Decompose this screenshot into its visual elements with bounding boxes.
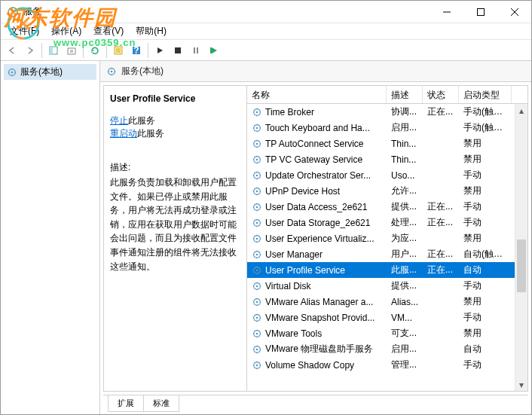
service-row[interactable]: UPnP Device Host允许...禁用 <box>247 183 515 199</box>
service-icon <box>252 123 262 133</box>
cell-start: 手动(触发... <box>459 105 512 118</box>
menu-help[interactable]: 帮助(H) <box>131 23 171 39</box>
cell-desc: 处理... <box>387 216 423 229</box>
service-row[interactable]: Virtual Disk提供...手动 <box>247 278 515 294</box>
service-row[interactable]: VMware Tools可支...禁用 <box>247 325 515 341</box>
service-row[interactable]: Touch Keyboard and Ha...启用...手动(触发... <box>247 120 515 136</box>
titlebar: 服务 <box>1 1 531 23</box>
toolbar: ? <box>1 40 531 61</box>
cell-start: 手动 <box>459 279 512 292</box>
export-button[interactable] <box>63 42 80 59</box>
cell-start: 手动 <box>459 169 512 182</box>
service-row[interactable]: User Manager用户...正在...自动(触发... <box>247 246 515 262</box>
window-title: 服务 <box>23 5 430 18</box>
menu-action[interactable]: 操作(A) <box>47 23 86 39</box>
cell-desc: 协调... <box>387 105 423 118</box>
svg-point-52 <box>256 364 258 366</box>
help-button[interactable]: ? <box>128 42 145 59</box>
minimize-button[interactable] <box>430 1 463 23</box>
service-name-text: UPnP Device Host <box>265 186 340 197</box>
restart-link[interactable]: 重启动 <box>110 128 137 139</box>
service-row[interactable]: User Profile Service此服...正在...自动 <box>247 262 515 278</box>
col-state[interactable]: 状态 <box>423 86 459 103</box>
service-icon <box>252 170 262 181</box>
tab-extended[interactable]: 扩展 <box>108 395 144 412</box>
svg-rect-13 <box>197 47 198 53</box>
cell-desc: 启用... <box>387 121 423 134</box>
forward-button[interactable] <box>22 42 38 59</box>
scroll-up-icon[interactable]: ▴ <box>515 104 527 117</box>
list-body[interactable]: Time Broker协调...正在...手动(触发...Touch Keybo… <box>247 104 515 391</box>
service-row[interactable]: VMware 物理磁盘助手服务启用...自动 <box>247 341 515 357</box>
service-row[interactable]: VMware Alias Manager a...Alias...禁用 <box>247 294 515 310</box>
properties-button[interactable] <box>110 42 127 59</box>
svg-point-42 <box>256 285 258 287</box>
service-icon <box>252 154 262 165</box>
svg-text:?: ? <box>133 45 139 56</box>
cell-desc: 提供... <box>387 279 423 292</box>
svg-point-28 <box>256 174 258 176</box>
service-icon <box>252 233 262 244</box>
refresh-button[interactable] <box>87 42 103 59</box>
col-name[interactable]: 名称 <box>247 86 387 103</box>
services-icon <box>7 67 17 78</box>
stop-service-button[interactable] <box>170 42 186 59</box>
menu-file[interactable]: 文件(F) <box>5 23 44 39</box>
svg-rect-4 <box>477 8 484 15</box>
service-row[interactable]: Volume Shadow Copy管理...手动 <box>247 357 515 373</box>
cell-name: TP AutoConnect Service <box>247 139 387 149</box>
show-hide-button[interactable] <box>45 42 62 59</box>
service-name-text: VMware Snapshot Provid... <box>265 313 375 323</box>
cell-start: 自动 <box>459 343 512 355</box>
pause-service-button[interactable] <box>188 42 204 59</box>
cell-start: 手动 <box>459 200 512 213</box>
scroll-down-icon[interactable]: ▾ <box>515 378 527 391</box>
cell-start: 禁用 <box>459 185 512 197</box>
service-row[interactable]: User Data Storage_2e621处理...正在...手动 <box>247 215 515 230</box>
service-row[interactable]: TP VC Gateway ServiceThin...禁用 <box>247 151 515 167</box>
menu-view[interactable]: 查看(V) <box>89 23 128 39</box>
svg-rect-11 <box>175 47 181 53</box>
service-row[interactable]: Time Broker协调...正在...手动(触发... <box>247 104 515 120</box>
cell-desc: Thin... <box>387 139 423 149</box>
stop-link[interactable]: 停止 <box>110 115 128 126</box>
svg-rect-7 <box>68 48 75 54</box>
vertical-scrollbar[interactable]: ▴ ▾ <box>515 104 527 391</box>
services-list: 名称 描述 状态 启动类型 Time Broker协调...正在...手动(触发… <box>247 86 527 391</box>
start-service-button[interactable] <box>151 42 168 59</box>
cell-start: 手动 <box>459 216 512 229</box>
selected-service-name: User Profile Service <box>110 93 240 104</box>
tab-standard[interactable]: 标准 <box>143 395 179 412</box>
col-start[interactable]: 启动类型 <box>459 86 512 103</box>
cell-desc: VM... <box>387 313 423 323</box>
toolbar-separator <box>148 43 148 58</box>
service-icon <box>252 360 262 371</box>
service-row[interactable]: VMware Snapshot Provid...VM...手动 <box>247 310 515 325</box>
close-button[interactable] <box>497 1 531 23</box>
tree-panel: 服务(本地) <box>1 61 100 414</box>
svg-point-3 <box>11 11 14 14</box>
service-name-text: User Profile Service <box>265 265 345 276</box>
scroll-thumb[interactable] <box>517 240 526 292</box>
svg-point-34 <box>256 221 258 224</box>
service-row[interactable]: TP AutoConnect ServiceThin...禁用 <box>247 136 515 151</box>
service-row[interactable]: Update Orchestrator Ser...Uso...手动 <box>247 167 515 183</box>
tree-root[interactable]: 服务(本地) <box>4 64 96 80</box>
svg-point-38 <box>256 253 258 255</box>
back-button[interactable] <box>4 42 20 59</box>
service-icon <box>252 249 262 260</box>
cell-desc: 为应... <box>387 232 423 245</box>
service-row[interactable]: User Data Access_2e621提供...正在...手动 <box>247 199 515 215</box>
toolbar-separator <box>83 43 84 58</box>
svg-point-46 <box>256 316 258 319</box>
cell-start: 禁用 <box>459 137 512 150</box>
col-desc[interactable]: 描述 <box>387 86 423 103</box>
svg-point-44 <box>256 301 258 303</box>
svg-point-24 <box>256 142 258 145</box>
service-row[interactable]: User Experience Virtualiz...为应...禁用 <box>247 230 515 246</box>
restart-service-button[interactable] <box>206 42 222 59</box>
restart-suffix: 此服务 <box>137 128 164 139</box>
maximize-button[interactable] <box>463 1 497 23</box>
svg-rect-14 <box>210 47 212 53</box>
service-name-text: TP VC Gateway Service <box>265 154 362 165</box>
